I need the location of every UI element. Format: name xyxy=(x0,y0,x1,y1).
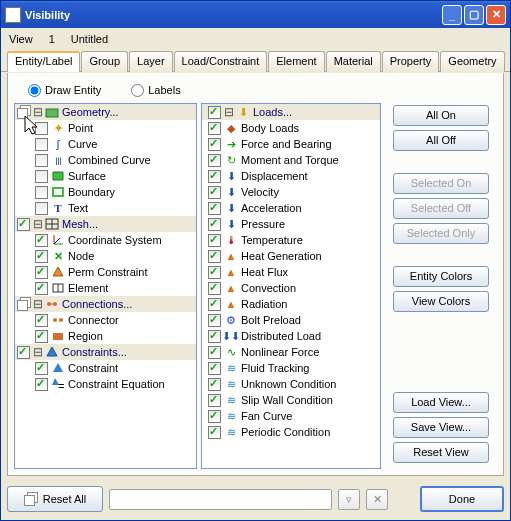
row-constraint-eq[interactable]: =Constraint Equation xyxy=(15,376,196,392)
checkbox[interactable] xyxy=(208,282,221,295)
row-velocity[interactable]: ⬇Velocity xyxy=(202,184,380,200)
group-loads[interactable]: ⊟ ⬇ Loads... xyxy=(202,104,380,120)
save-view-button[interactable]: Save View... xyxy=(393,417,489,438)
tab-material[interactable]: Material xyxy=(326,51,381,72)
checkbox[interactable] xyxy=(35,266,48,279)
row-unknown[interactable]: ≋Unknown Condition xyxy=(202,376,380,392)
checkbox[interactable] xyxy=(208,202,221,215)
checkbox[interactable] xyxy=(35,330,48,343)
radio-labels[interactable]: Labels xyxy=(131,84,180,97)
checkbox[interactable] xyxy=(35,186,48,199)
expand-icon[interactable]: ⊟ xyxy=(32,299,43,310)
checkbox[interactable] xyxy=(208,298,221,311)
radio-draw-entity[interactable]: Draw Entity xyxy=(28,84,101,97)
checkbox[interactable] xyxy=(17,346,30,359)
done-button[interactable]: Done xyxy=(420,486,504,512)
checkbox[interactable] xyxy=(208,138,221,151)
checkbox[interactable] xyxy=(35,362,48,375)
row-body-loads[interactable]: ◆Body Loads xyxy=(202,120,380,136)
load-view-button[interactable]: Load View... xyxy=(393,392,489,413)
checkbox[interactable] xyxy=(35,202,48,215)
row-radiation[interactable]: ▲Radiation xyxy=(202,296,380,312)
tab-property[interactable]: Property xyxy=(382,51,440,72)
checkbox[interactable] xyxy=(208,410,221,423)
expand-icon[interactable]: ⊟ xyxy=(32,219,43,230)
checkbox[interactable] xyxy=(208,218,221,231)
checkbox[interactable] xyxy=(208,106,221,119)
tab-layer[interactable]: Layer xyxy=(129,51,173,72)
row-dist-load[interactable]: ⬇⬇Distributed Load xyxy=(202,328,380,344)
checkbox[interactable] xyxy=(208,186,221,199)
row-node[interactable]: ✕Node xyxy=(15,248,196,264)
group-constraints[interactable]: ⊟ Constraints... xyxy=(15,344,196,360)
entity-colors-button[interactable]: Entity Colors xyxy=(393,266,489,287)
row-text[interactable]: TText xyxy=(15,200,196,216)
left-entity-list[interactable]: ⊟ Geometry... ✦Point ∫Curve ⫼Combined Cu… xyxy=(14,103,197,469)
tab-group[interactable]: Group xyxy=(81,51,128,72)
filter-input[interactable] xyxy=(109,489,332,510)
row-heat-gen[interactable]: ▲Heat Generation xyxy=(202,248,380,264)
row-convection[interactable]: ▲Convection xyxy=(202,280,380,296)
expand-icon[interactable]: ⊟ xyxy=(32,347,43,358)
checkbox[interactable] xyxy=(208,346,221,359)
row-displacement[interactable]: ⬇Displacement xyxy=(202,168,380,184)
titlebar[interactable]: Visibility _ ▢ ✕ xyxy=(1,1,510,28)
checkbox[interactable] xyxy=(208,362,221,375)
row-moment[interactable]: ↻Moment and Torque xyxy=(202,152,380,168)
checkbox[interactable] xyxy=(208,122,221,135)
reset-all-button[interactable]: Reset All xyxy=(7,486,103,512)
row-connector[interactable]: Connector xyxy=(15,312,196,328)
checkbox[interactable] xyxy=(208,234,221,247)
row-region[interactable]: Region xyxy=(15,328,196,344)
row-nonlinear-force[interactable]: ∿Nonlinear Force xyxy=(202,344,380,360)
tab-element[interactable]: Element xyxy=(268,51,324,72)
checkbox[interactable] xyxy=(208,330,221,343)
reset-view-button[interactable]: Reset View xyxy=(393,442,489,463)
group-connections[interactable]: ⊟ Connections... xyxy=(15,296,196,312)
row-fan-curve[interactable]: ≋Fan Curve xyxy=(202,408,380,424)
row-temperature[interactable]: 🌡Temperature xyxy=(202,232,380,248)
row-perm-constraint[interactable]: Perm Constraint xyxy=(15,264,196,280)
row-force[interactable]: ➔Force and Bearing xyxy=(202,136,380,152)
checkbox[interactable] xyxy=(208,170,221,183)
row-pressure[interactable]: ⬇Pressure xyxy=(202,216,380,232)
group-mesh[interactable]: ⊟ Mesh... xyxy=(15,216,196,232)
checkbox[interactable] xyxy=(35,154,48,167)
row-point[interactable]: ✦Point xyxy=(15,120,196,136)
tab-load-constraint[interactable]: Load/Constraint xyxy=(174,51,268,72)
checkbox[interactable] xyxy=(208,314,221,327)
row-fluid-track[interactable]: ≋Fluid Tracking xyxy=(202,360,380,376)
all-off-button[interactable]: All Off xyxy=(393,130,489,151)
checkbox[interactable] xyxy=(35,170,48,183)
checkbox[interactable] xyxy=(35,378,48,391)
checkbox[interactable] xyxy=(35,138,48,151)
tab-geometry[interactable]: Geometry xyxy=(440,51,504,72)
row-csys[interactable]: Coordinate System xyxy=(15,232,196,248)
row-combined-curve[interactable]: ⫼Combined Curve xyxy=(15,152,196,168)
row-surface[interactable]: Surface xyxy=(15,168,196,184)
minimize-button[interactable]: _ xyxy=(442,5,462,25)
checkbox[interactable] xyxy=(35,250,48,263)
checkbox[interactable] xyxy=(35,234,48,247)
checkbox[interactable] xyxy=(208,250,221,263)
checkbox[interactable] xyxy=(17,218,30,231)
checkbox[interactable] xyxy=(208,266,221,279)
row-periodic[interactable]: ≋Periodic Condition xyxy=(202,424,380,440)
checkbox[interactable] xyxy=(208,378,221,391)
filter-apply-button[interactable]: ▿ xyxy=(338,489,360,510)
all-on-button[interactable]: All On xyxy=(393,105,489,126)
tab-entity-label[interactable]: Entity/Label xyxy=(7,51,80,72)
filter-clear-button[interactable]: ✕ xyxy=(366,489,388,510)
row-boundary[interactable]: Boundary xyxy=(15,184,196,200)
checkbox[interactable] xyxy=(208,426,221,439)
expand-icon[interactable]: ⊟ xyxy=(223,107,234,118)
row-bolt-preload[interactable]: ⚙Bolt Preload xyxy=(202,312,380,328)
row-acceleration[interactable]: ⬇Acceleration xyxy=(202,200,380,216)
radio-draw-entity-input[interactable] xyxy=(28,84,41,97)
row-slip-wall[interactable]: ≋Slip Wall Condition xyxy=(202,392,380,408)
checkbox[interactable] xyxy=(208,154,221,167)
close-button[interactable]: ✕ xyxy=(486,5,506,25)
checkbox[interactable] xyxy=(35,314,48,327)
group-geometry[interactable]: ⊟ Geometry... xyxy=(15,104,196,120)
checkbox[interactable] xyxy=(35,282,48,295)
